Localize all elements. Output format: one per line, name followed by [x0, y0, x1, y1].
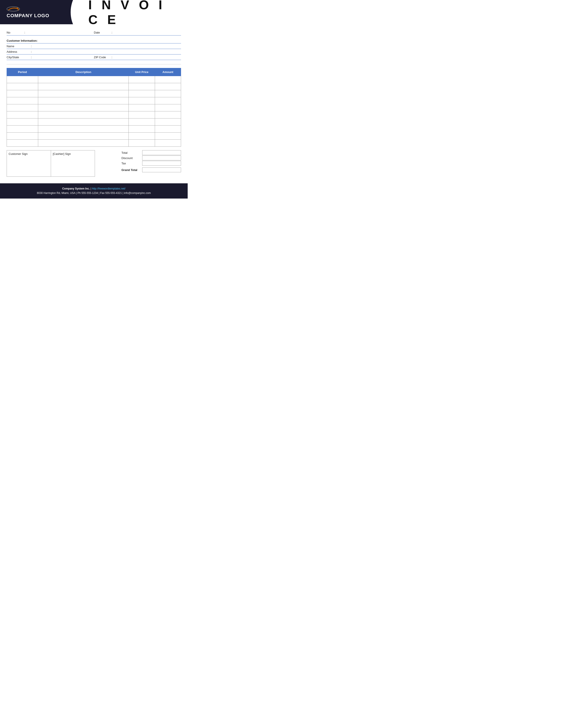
cell-period-0: [7, 76, 38, 83]
grand-total-value-box: [142, 167, 181, 172]
cell-description-2: [38, 90, 129, 97]
col-header-description: Description: [38, 68, 129, 76]
cell-unit_price-1: [129, 83, 155, 90]
customer-zip-value: [115, 55, 181, 59]
customer-city-label: City/State: [7, 56, 31, 59]
tax-label: Tax: [121, 162, 141, 165]
cell-amount-8: [155, 133, 181, 140]
customer-name-value: [34, 44, 181, 48]
footer: Company System Inc. | http://freewordtem…: [0, 183, 188, 199]
footer-website[interactable]: http://freewordtemplates.net/: [92, 187, 125, 190]
footer-separator: |: [90, 187, 92, 190]
col-header-amount: Amount: [155, 68, 181, 76]
cell-description-0: [38, 76, 129, 83]
customer-address-value: [34, 50, 181, 53]
cell-amount-5: [155, 111, 181, 118]
city-half: City/State :: [7, 55, 94, 59]
customer-name-colon: :: [31, 45, 32, 48]
customer-city-row: City/State : ZIP Code :: [7, 54, 181, 60]
discount-value-box: [142, 156, 181, 160]
sign-boxes: Customer Sign [Cashier] Sign: [7, 150, 117, 177]
customer-section-header: Customer Information:: [7, 38, 181, 43]
cell-amount-7: [155, 126, 181, 133]
cell-amount-1: [155, 83, 181, 90]
date-label: Date: [94, 31, 111, 34]
cell-description-8: [38, 133, 129, 140]
table-row: [7, 118, 181, 126]
cell-period-5: [7, 111, 38, 118]
cell-unit_price-7: [129, 126, 155, 133]
table-row: [7, 140, 181, 147]
total-row: Total: [121, 150, 181, 155]
cell-period-3: [7, 97, 38, 104]
bottom-section: Customer Sign [Cashier] Sign Total Disco…: [7, 150, 181, 177]
customer-name-row: Name :: [7, 43, 181, 49]
customer-sign-box: Customer Sign: [7, 150, 51, 177]
table-row: [7, 126, 181, 133]
discount-label: Discount: [121, 156, 141, 160]
cell-description-1: [38, 83, 129, 90]
customer-sign-label: Customer Sign: [9, 152, 28, 156]
cell-unit_price-0: [129, 76, 155, 83]
cell-amount-9: [155, 140, 181, 147]
invoice-title: I N V O I C E: [88, 0, 181, 27]
customer-city-colon: :: [31, 56, 32, 59]
no-colon: :: [24, 31, 25, 34]
cashier-sign-label: [Cashier] Sign: [53, 152, 71, 156]
footer-line1: Company System Inc. | http://freewordtem…: [4, 186, 183, 191]
cell-period-8: [7, 133, 38, 140]
cell-amount-2: [155, 90, 181, 97]
customer-address-label: Address: [7, 50, 31, 53]
main-content: No : Date : Customer Information: Name :…: [0, 24, 188, 179]
cell-unit_price-3: [129, 97, 155, 104]
total-value-box: [142, 150, 181, 155]
col-header-unit-price: Unit Price: [129, 68, 155, 76]
cell-unit_price-2: [129, 90, 155, 97]
cell-description-3: [38, 97, 129, 104]
logo-label: COMPANY LOGO: [7, 13, 49, 19]
customer-zip-label: ZIP Code: [94, 56, 111, 59]
table-header-row: Period Description Unit Price Amount: [7, 68, 181, 76]
header-curve: [71, 0, 88, 24]
customer-address-row: Address :: [7, 49, 181, 54]
no-date-row: No : Date :: [7, 29, 181, 36]
cashier-sign-box: [Cashier] Sign: [51, 150, 95, 177]
customer-address-colon: :: [31, 50, 32, 53]
cell-amount-6: [155, 118, 181, 126]
cell-description-4: [38, 104, 129, 111]
customer-city-value: [34, 55, 94, 59]
table-row: [7, 90, 181, 97]
table-row: [7, 104, 181, 111]
date-colon: :: [111, 31, 112, 34]
cell-unit_price-8: [129, 133, 155, 140]
cell-period-2: [7, 90, 38, 97]
grand-total-row: Grand Total: [121, 167, 181, 172]
header-title-area: I N V O I C E: [88, 0, 188, 24]
invoice-table: Period Description Unit Price Amount: [7, 68, 181, 147]
grand-total-label: Grand Total: [121, 168, 141, 172]
col-header-period: Period: [7, 68, 38, 76]
cell-unit_price-5: [129, 111, 155, 118]
date-value: [115, 30, 181, 34]
footer-company-name: Company System Inc.: [62, 187, 90, 190]
logo-icon: [7, 6, 20, 12]
cell-period-1: [7, 83, 38, 90]
cell-description-6: [38, 118, 129, 126]
table-row: [7, 83, 181, 90]
totals-section: Total Discount Tax Grand Total: [121, 150, 181, 173]
discount-row: Discount: [121, 156, 181, 160]
cell-unit_price-6: [129, 118, 155, 126]
cell-amount-4: [155, 104, 181, 111]
cell-amount-0: [155, 76, 181, 83]
section-gap: [7, 60, 181, 64]
footer-line2: 8030 Harrington Rd, Miami, USA | Ph 555-…: [4, 191, 183, 195]
zip-half: ZIP Code :: [94, 55, 181, 59]
cell-period-6: [7, 118, 38, 126]
table-row: [7, 111, 181, 118]
cell-amount-3: [155, 97, 181, 104]
cell-description-7: [38, 126, 129, 133]
cell-unit_price-9: [129, 140, 155, 147]
no-label: No: [7, 31, 24, 34]
no-field: No :: [7, 30, 94, 34]
customer-zip-colon: :: [111, 56, 112, 59]
